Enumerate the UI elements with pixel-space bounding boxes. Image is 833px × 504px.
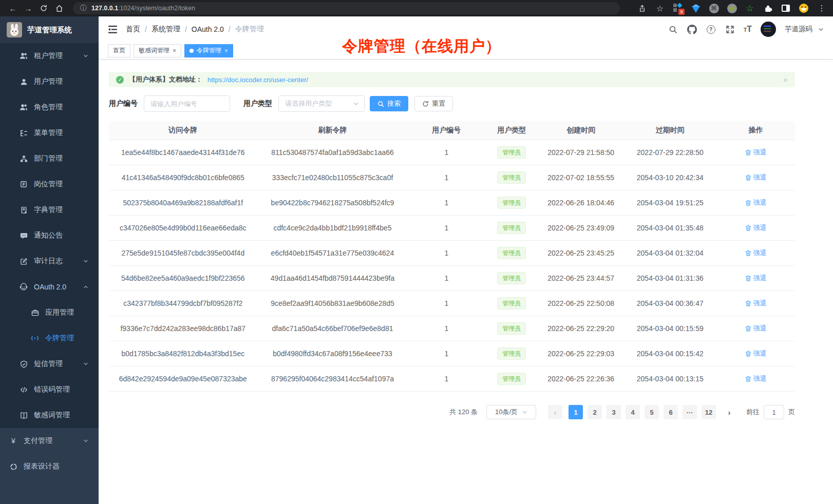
extension-gem-icon[interactable] (691, 3, 701, 13)
extension-star-icon[interactable]: ☆ (745, 3, 755, 13)
extension-record-icon[interactable] (727, 3, 737, 13)
reset-button[interactable]: 重置 (414, 96, 453, 111)
profile-emoji-icon[interactable] (799, 3, 809, 13)
access-token-cell: 54d6be82ee5a460a9aedc1f9bf223656 (109, 266, 257, 290)
app-logo-bar[interactable]: 芋道管理系统 (0, 16, 99, 43)
page-button-12[interactable]: 12 (702, 405, 716, 419)
sidebar-item-user[interactable]: 用户管理 (0, 69, 99, 94)
user-id-input[interactable] (144, 95, 230, 112)
page-button-3[interactable]: 3 (607, 405, 621, 419)
expire-time-cell: 2054-03-04 01:31:36 (623, 266, 717, 290)
sidebar-item-errcode[interactable]: 错误码管理 (0, 377, 99, 402)
help-icon[interactable]: ? (706, 24, 716, 34)
table-row: c347026e805e4d99b0d116eae66eda8c cdfc4ce… (109, 216, 795, 241)
avatar[interactable] (761, 22, 776, 37)
extension-puzzle-icon[interactable] (763, 3, 773, 13)
sidebar-item-label: 短信管理 (34, 359, 63, 369)
breadcrumb-oauth[interactable]: OAuth 2.0 (192, 25, 224, 33)
sidebar-item-dept[interactable]: 部门管理 (0, 146, 99, 171)
doc-link[interactable]: https://doc.iocoder.cn/user-center/ (207, 76, 308, 84)
revoke-button[interactable]: 强退 (745, 349, 767, 358)
fullscreen-icon[interactable] (725, 24, 735, 34)
search-button[interactable]: 搜索 (370, 96, 408, 111)
user-type-select[interactable]: 请选择用户类型 (278, 95, 365, 112)
page-button-6[interactable]: 6 (664, 405, 678, 419)
revoke-button[interactable]: 强退 (745, 173, 767, 182)
alert-close-icon[interactable]: × (783, 75, 788, 84)
create-time-cell: 2022-07-29 21:58:50 (538, 140, 623, 165)
extension-tiles-icon[interactable]: 9 (673, 3, 683, 13)
sidebar-item-notice[interactable]: 通知公告 (0, 223, 99, 248)
page-more-button[interactable]: ··· (683, 405, 697, 419)
browser-home-icon[interactable] (52, 2, 66, 14)
page-button-5[interactable]: 5 (645, 405, 659, 419)
tab-sensitive-word[interactable]: 敏感词管理× (134, 44, 181, 57)
next-page-button[interactable]: › (722, 405, 736, 419)
table-row: 6d842e2924594de9a09e45e087323abe 8796295… (109, 366, 795, 392)
breadcrumb-separator: / (145, 25, 147, 33)
sidebar-item-oauth-app[interactable]: 应用管理 (0, 300, 99, 325)
column-expire-time: 过期时间 (623, 121, 717, 140)
sidebar-item-sensitive[interactable]: 敏感词管理 (0, 402, 99, 428)
sidebar-item-oauth-token[interactable]: 令牌管理 (0, 325, 99, 351)
trash-icon (745, 376, 751, 382)
user-name[interactable]: 芋道源码 (785, 25, 812, 34)
user-id-cell: 1 (408, 291, 485, 316)
revoke-button[interactable]: 强退 (745, 248, 767, 258)
collapse-sidebar-icon[interactable] (108, 25, 118, 34)
sidebar-item-oauth[interactable]: OAuth 2.0 (0, 274, 99, 300)
github-icon[interactable] (687, 24, 697, 34)
font-size-icon[interactable]: TT (744, 25, 752, 34)
breadcrumb-home[interactable]: 首页 (126, 25, 140, 34)
close-icon[interactable]: × (173, 48, 176, 54)
tab-token[interactable]: 令牌管理× (184, 44, 233, 57)
report-designer-icon (9, 462, 17, 471)
user-type-badge: 管理员 (497, 373, 526, 385)
goto-page-input[interactable] (764, 405, 784, 419)
browser-menu-icon[interactable]: ⋮ (817, 3, 827, 13)
sidebar-item-label: 角色管理 (34, 103, 63, 112)
sidebar-item-menu[interactable]: 菜单管理 (0, 120, 99, 146)
extension-command-icon[interactable]: ⌘ (709, 3, 719, 13)
prev-page-button[interactable]: ‹ (548, 405, 562, 419)
address-bar[interactable]: ⓘ 127.0.0.1:1024/system/oauth2/token (73, 2, 620, 14)
sidebar-item-report[interactable]: 报表设计器 (0, 454, 99, 479)
sidebar-item-tenant[interactable]: 租户管理 (0, 43, 99, 69)
page-size-select[interactable]: 10条/页 (486, 405, 536, 419)
breadcrumb-system[interactable]: 系统管理 (152, 25, 180, 34)
revoke-button[interactable]: 强退 (745, 148, 767, 157)
sidebar-item-audit[interactable]: 审计日志 (0, 248, 99, 274)
sidebar-base-menu: ¥ 支付管理 报表设计器 (0, 428, 99, 504)
revoke-button[interactable]: 强退 (745, 274, 767, 283)
page-info-icon[interactable]: ⓘ (80, 4, 87, 13)
revoke-button[interactable]: 强退 (745, 299, 767, 308)
sidebar-item-pay[interactable]: ¥ 支付管理 (0, 428, 99, 454)
close-icon[interactable]: × (224, 48, 228, 54)
table-row: 54d6be82ee5a460a9aedc1f9bf223656 49d1aa4… (109, 266, 795, 291)
user-menu-caret-icon[interactable] (818, 27, 824, 32)
role-icon (20, 103, 28, 111)
side-panel-icon[interactable] (781, 3, 791, 13)
sidebar-item-sms[interactable]: 短信管理 (0, 351, 99, 377)
revoke-button[interactable]: 强退 (745, 374, 767, 383)
revoke-button[interactable]: 强退 (745, 324, 767, 333)
browser-back-icon[interactable]: ← (6, 2, 20, 14)
revoke-label: 强退 (753, 223, 767, 232)
sidebar-item-post[interactable]: 岗位管理 (0, 171, 99, 197)
page-button-1[interactable]: 1 (569, 405, 583, 419)
app-briefcase-icon (31, 308, 39, 317)
user-id-cell: 1 (408, 366, 485, 391)
share-icon[interactable] (637, 3, 647, 13)
browser-forward-icon[interactable]: → (22, 2, 35, 14)
tab-home[interactable]: 首页 (108, 44, 130, 57)
page-button-4[interactable]: 4 (626, 405, 640, 419)
bookmark-star-icon[interactable]: ☆ (655, 3, 665, 13)
search-icon[interactable] (668, 24, 678, 34)
page-button-2[interactable]: 2 (588, 405, 602, 419)
revoke-button[interactable]: 强退 (745, 223, 767, 232)
sidebar-item-dict[interactable]: 字典管理 (0, 197, 99, 223)
browser-reload-icon[interactable] (37, 2, 50, 14)
user-id-cell: 1 (408, 165, 485, 190)
revoke-button[interactable]: 强退 (745, 198, 767, 207)
sidebar-item-role[interactable]: 角色管理 (0, 94, 99, 120)
